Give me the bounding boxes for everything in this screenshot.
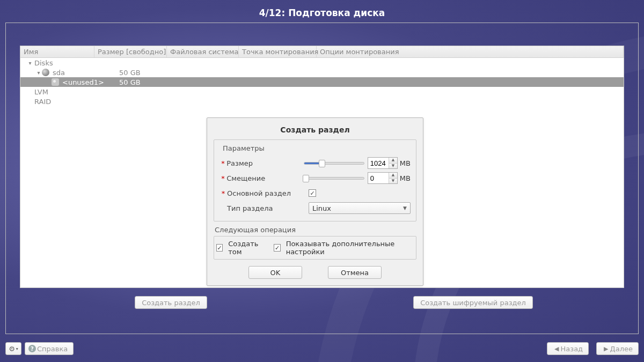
col-name[interactable]: Имя (20, 46, 94, 57)
chevron-right-icon: ▶ (604, 345, 608, 352)
partition-actions: Создать раздел Создать шифруемый раздел (20, 296, 624, 312)
create-encrypted-partition-button[interactable]: Создать шифруемый раздел (413, 296, 533, 309)
tree-row-disks[interactable]: ▾Disks (20, 58, 624, 68)
col-fs[interactable]: Файловая система (167, 46, 239, 57)
dialog-title: Создать раздел (214, 123, 416, 139)
size-spinbox[interactable]: ▲▼ (368, 157, 398, 169)
col-mount[interactable]: Точка монтирования (239, 46, 317, 57)
offset-label: Смещение (226, 174, 303, 182)
expand-icon[interactable]: ▾ (27, 60, 33, 66)
dialog-buttons: OK Отмена (214, 266, 416, 279)
disk-tree[interactable]: ▾Disks ▾sda 50 GB <unused1> 50 GB LVM RA… (20, 58, 624, 106)
next-op-section: Следующая операция ✓ Создать том ✓ Показ… (214, 226, 416, 260)
tree-label: RAID (33, 98, 51, 106)
back-button[interactable]: ◀Назад (547, 342, 589, 355)
params-fieldset: Параметры * Размер ▲▼ MB * Смеще (214, 139, 416, 221)
tree-label: sda (52, 69, 65, 77)
select-value: Linux (312, 204, 331, 212)
spin-up-icon[interactable]: ▲ (389, 158, 397, 164)
create-volume-checkbox[interactable]: ✓ (216, 244, 223, 252)
chevron-down-icon: ▼ (403, 205, 407, 211)
next-op-legend: Следующая операция (215, 226, 416, 234)
offset-input[interactable] (368, 173, 389, 183)
required-marker: * (219, 174, 226, 182)
partition-icon (52, 78, 59, 86)
expand-icon[interactable]: ▾ (35, 70, 42, 76)
help-icon: ? (28, 345, 36, 352)
page-title: 4/12: Подготовка диска (0, 8, 644, 18)
required-marker (219, 204, 227, 212)
required-marker: * (219, 189, 227, 197)
main-panel: Имя Размер [свободно] Файловая система Т… (5, 23, 639, 334)
next-op-row: ✓ Создать том ✓ Показывать дополнительны… (214, 236, 416, 260)
back-label: Назад (560, 345, 583, 353)
tree-label: <unused1> (61, 78, 104, 86)
slider-thumb[interactable] (319, 160, 325, 167)
primary-label: Основной раздел (227, 189, 309, 197)
spin-up-icon[interactable]: ▲ (389, 173, 397, 179)
tree-header: Имя Размер [свободно] Файловая система Т… (20, 46, 624, 58)
tree-size: 50 GB (119, 78, 192, 86)
size-row: * Размер ▲▼ MB (219, 156, 411, 171)
next-button[interactable]: ▶Далее (596, 342, 639, 355)
offset-slider[interactable] (304, 177, 364, 180)
tree-row-lvm[interactable]: LVM (20, 87, 624, 97)
ok-button[interactable]: OK (248, 266, 302, 279)
size-slider[interactable] (304, 162, 364, 165)
offset-spinbox[interactable]: ▲▼ (368, 172, 398, 184)
partition-type-select[interactable]: Linux ▼ (309, 202, 411, 214)
chevron-left-icon: ◀ (554, 345, 559, 352)
show-advanced-checkbox[interactable]: ✓ (274, 244, 280, 252)
offset-unit: MB (400, 174, 411, 182)
create-partition-dialog: Создать раздел Параметры * Размер ▲▼ MB (207, 117, 423, 286)
help-button[interactable]: ?Справка (25, 342, 74, 355)
create-volume-label: Создать том (228, 240, 267, 256)
spin-down-icon[interactable]: ▼ (389, 179, 397, 184)
tree-label: LVM (33, 88, 48, 96)
next-label: Далее (610, 345, 633, 353)
tree-row-raid[interactable]: RAID (20, 97, 624, 106)
system-menu-button[interactable]: ⚙▾ (5, 342, 21, 355)
col-opts[interactable]: Опции монтирования (317, 46, 624, 57)
params-legend: Параметры (221, 144, 267, 152)
gear-icon: ⚙ (9, 345, 15, 353)
slider-thumb[interactable] (303, 175, 309, 182)
primary-row: * Основной раздел ✓ (219, 186, 411, 201)
tree-row-unused[interactable]: <unused1> 50 GB (20, 77, 624, 87)
type-label: Тип раздела (227, 204, 309, 212)
col-size[interactable]: Размер [свободно] (94, 46, 167, 57)
spin-down-icon[interactable]: ▼ (389, 164, 397, 169)
chevron-down-icon: ▾ (16, 346, 18, 351)
bottom-bar: ⚙▾ ?Справка ◀Назад ▶Далее (5, 341, 639, 357)
primary-checkbox[interactable]: ✓ (309, 189, 316, 197)
size-label: Размер (226, 159, 303, 167)
tree-size: 50 GB (119, 69, 192, 77)
offset-row: * Смещение ▲▼ MB (219, 171, 411, 186)
type-row: Тип раздела Linux ▼ (219, 201, 411, 216)
disk-icon (42, 69, 49, 76)
show-advanced-label: Показывать дополнительные настройки (286, 240, 414, 256)
required-marker: * (219, 159, 226, 167)
tree-row-sda[interactable]: ▾sda 50 GB (20, 68, 624, 77)
size-unit: MB (400, 159, 411, 167)
help-label: Справка (37, 345, 68, 353)
tree-label: Disks (33, 59, 53, 67)
cancel-button[interactable]: Отмена (328, 266, 382, 279)
create-partition-button[interactable]: Создать раздел (135, 296, 207, 309)
size-input[interactable] (368, 158, 389, 168)
